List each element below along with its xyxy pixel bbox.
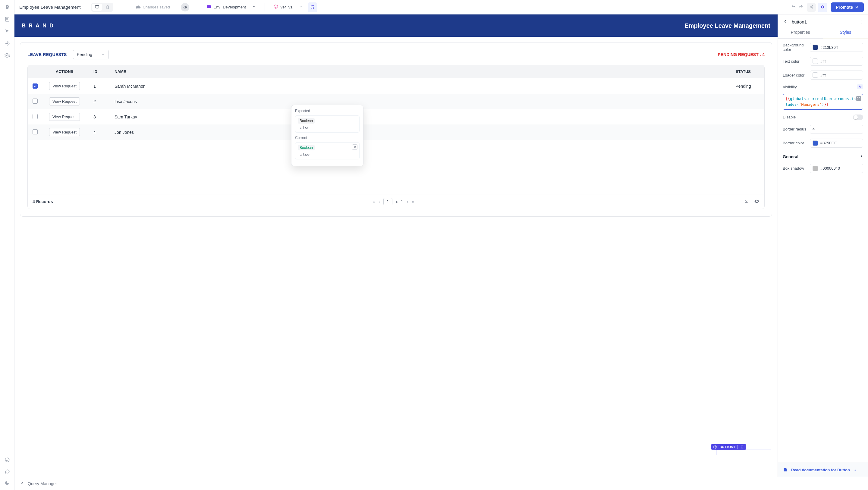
row-name: Jon Jones [110,124,722,140]
selected-button-component[interactable] [716,450,771,455]
leave-requests-card: LEAVE REQUESTS Pending PENDING REQUEST :… [20,42,772,217]
visibility-button[interactable] [754,198,760,205]
view-request-button[interactable]: View Request [49,113,80,121]
color-swatch[interactable] [812,166,818,171]
user-avatar[interactable]: KR [181,3,189,11]
selected-component-tag[interactable]: BUTTON1 [711,444,746,450]
current-type: Boolean [298,145,315,150]
svg-rect-6 [207,5,211,8]
preview-button[interactable] [818,3,827,12]
color-swatch[interactable] [812,141,818,146]
download-button[interactable] [744,198,749,205]
redo-button[interactable] [798,4,803,10]
query-manager-label: Query Manager [28,481,57,486]
chevron-down-icon[interactable] [252,4,256,10]
table-row[interactable]: View Request 3 Sam Turkay [28,109,764,124]
prev-page-button[interactable]: ‹ [378,199,380,204]
cursor-icon[interactable] [4,28,10,34]
border-color-input[interactable]: #375FCF [810,139,863,148]
color-swatch[interactable] [812,44,818,50]
record-count: 4 Records [33,199,53,204]
logo-icon[interactable] [4,4,10,10]
version-icon [273,4,278,10]
table-row[interactable]: View Request 1 Sarah McMahon Pending [28,78,764,94]
debugger-icon[interactable] [4,40,10,47]
border-radius-value: 4 [812,127,815,131]
fx-toggle[interactable]: fx [857,84,863,89]
env-label: Env [214,5,220,9]
documentation-link[interactable]: Read documentation for Button → [778,463,868,477]
view-request-button[interactable]: View Request [49,97,80,105]
expand-icon[interactable] [19,481,24,486]
filter-value: Pending [77,52,92,57]
chevron-down-icon [101,53,105,56]
ver-label: ver [281,5,286,9]
more-menu-icon[interactable]: ⋮ [859,20,863,24]
add-row-button[interactable] [734,198,738,205]
box-shadow-input[interactable]: #00000040 [810,164,863,173]
back-button[interactable] [783,19,788,25]
expected-type: Boolean [298,118,315,124]
theme-icon[interactable] [4,480,10,486]
last-page-button[interactable]: » [412,199,414,204]
column-header-id: ID [89,65,110,78]
row-status: Pending [722,78,764,94]
row-checkbox[interactable] [33,129,38,134]
disable-toggle[interactable] [853,115,863,120]
promote-button[interactable]: Promote [831,2,864,12]
status-filter-dropdown[interactable]: Pending [73,50,109,59]
component-name: button1 [792,19,807,24]
row-checkbox[interactable] [33,84,38,89]
visibility-code-input[interactable]: ⛶ {{globals.currentUser.groups.includes(… [783,94,863,110]
mobile-device-button[interactable] [103,4,112,11]
environment-selector[interactable]: Env Development [207,4,256,10]
refresh-button[interactable] [308,2,317,12]
general-section-header[interactable]: General ▲ [783,154,863,159]
query-manager-bar[interactable]: Query Manager [14,477,868,490]
pages-icon[interactable] [4,16,10,22]
tab-styles[interactable]: Styles [823,27,868,38]
comments-icon[interactable] [4,468,10,474]
loader-color-input[interactable]: #fff [810,70,863,80]
desktop-device-button[interactable] [92,4,102,11]
trash-icon[interactable] [740,445,744,449]
settings-icon[interactable] [4,53,10,58]
device-toggle [91,3,113,12]
inspector-panel: button1 ⋮ Properties Styles Background c… [778,14,868,477]
expression-preview-popover: Expected Boolean false Current ⧉ Boolean… [291,105,364,166]
chevron-down-icon[interactable] [299,4,303,10]
undo-button[interactable] [791,4,796,10]
first-page-button[interactable]: « [373,199,375,204]
page-number[interactable]: 1 [383,198,393,205]
svg-point-2 [6,55,8,56]
row-checkbox[interactable] [33,114,38,119]
copy-icon[interactable]: ⧉ [352,144,358,150]
support-icon[interactable] [4,457,10,463]
table-row[interactable]: View Request 4 Jon Jones [28,124,764,140]
row-id: 4 [89,124,110,140]
box-shadow-value: #00000040 [820,166,840,171]
border-radius-input[interactable]: 4 [810,125,863,134]
tab-properties[interactable]: Properties [778,27,823,38]
view-request-button[interactable]: View Request [49,82,80,90]
version-selector[interactable]: ver v1 [273,4,303,10]
color-swatch[interactable] [812,58,818,64]
color-swatch[interactable] [812,72,818,78]
view-request-button[interactable]: View Request [49,128,80,136]
app-header-title: Employee Leave Management [684,22,770,29]
row-checkbox[interactable] [33,98,38,104]
app-title: Employee Leave Management [19,4,81,10]
visibility-label: Visibility [783,85,797,89]
bg-color-input[interactable]: #213b80ff [810,43,863,52]
share-button[interactable] [807,3,816,12]
row-status [722,124,764,140]
divider [265,3,265,11]
table-row[interactable]: View Request 2 Lisa Jacons [28,94,764,109]
svg-point-1 [6,42,8,44]
divider [198,3,198,11]
next-page-button[interactable]: › [407,199,408,204]
expand-icon[interactable]: ⛶ [856,96,861,101]
env-icon [207,4,211,10]
text-color-input[interactable]: #fff [810,57,863,66]
svg-rect-4 [95,5,99,8]
